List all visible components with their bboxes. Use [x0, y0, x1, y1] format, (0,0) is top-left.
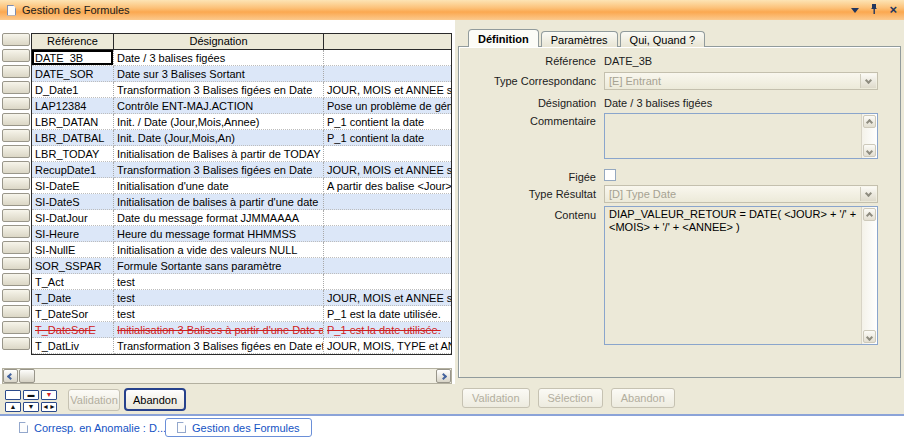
row-selector-button[interactable] [2, 49, 30, 62]
cell-note[interactable] [324, 258, 451, 274]
table-row[interactable]: LBR_DATANInit. / Date (Jour,Mois,Annee)P… [32, 114, 451, 130]
table-row[interactable]: T_DatLivTransformation 3 Balises figées … [32, 338, 451, 354]
row-selector-button[interactable] [2, 289, 30, 302]
tab-parametres[interactable]: Paramètres [541, 31, 618, 47]
cell-designation[interactable]: test [114, 290, 324, 306]
table-row[interactable]: D_Date1Transformation 3 Balises figées e… [32, 82, 451, 98]
cell-note[interactable]: JOUR, MOIS, TYPE et AN [324, 338, 451, 354]
table-row[interactable]: SI-DateEInitialisation d'une dateA parti… [32, 178, 451, 194]
cell-designation[interactable]: Initialisation 3 Balises à partir d'une … [114, 322, 324, 338]
cell-note[interactable] [324, 50, 451, 66]
table-row[interactable]: DATE_SORDate sur 3 Balises Sortant [32, 66, 451, 82]
cell-designation[interactable]: test [114, 274, 324, 290]
table-row[interactable]: T_DateSortestP_1 est la date utilisée. [32, 306, 451, 322]
cell-reference[interactable]: SI-DatJour [32, 210, 114, 226]
chevron-down-icon[interactable] [851, 8, 859, 17]
cell-designation[interactable]: Transformation 3 Balises figées en Date … [114, 338, 324, 354]
column-header-note[interactable] [324, 34, 451, 49]
table-row[interactable]: SI-NullEInitialisation a vide des valeur… [32, 242, 451, 258]
row-selector-button[interactable] [2, 209, 30, 222]
cell-designation[interactable]: Initialisation d'une date [114, 178, 324, 194]
cell-note[interactable] [324, 226, 451, 242]
abandon-button[interactable]: Abandon [124, 388, 186, 411]
table-horizontal-scrollbar[interactable] [2, 368, 452, 384]
commentaire-textarea[interactable] [604, 113, 878, 159]
nav-goto-button[interactable]: ◄► [41, 402, 57, 412]
table-row[interactable]: SI-DatJourDate du message format JJMMAAA… [32, 210, 451, 226]
table-row[interactable]: DATE_3BDate / 3 balises figées [32, 50, 451, 66]
cell-note[interactable] [324, 146, 451, 162]
contenu-textarea[interactable]: DIAP_VALEUR_RETOUR = DATE( <JOUR> + '/' … [604, 206, 878, 345]
cell-note[interactable]: A partir des balise <Jour>, [324, 178, 451, 194]
cell-reference[interactable]: SI-DateE [32, 178, 114, 194]
tab-qui-quand[interactable]: Qui, Quand ? [620, 31, 705, 47]
nav-empty-button[interactable] [5, 390, 21, 400]
cell-reference[interactable]: T_Date [32, 290, 114, 306]
table-row[interactable]: T_DateSorEInitialisation 3 Balises à par… [32, 322, 451, 338]
row-selector-button[interactable] [2, 97, 30, 110]
bottom-tab-gestion-des-formules[interactable]: Gestion des Formules [165, 418, 312, 437]
column-header-reference[interactable]: Référence [32, 34, 114, 49]
cell-note[interactable]: P_1 contient la date [324, 130, 451, 146]
figee-checkbox[interactable] [604, 169, 616, 181]
table-row[interactable]: T_Acttest [32, 274, 451, 290]
cell-reference[interactable]: LAP12384 [32, 98, 114, 114]
row-selector-button[interactable] [2, 81, 30, 94]
bottom-tab-corresp-anomalie[interactable]: Corresp. en Anomalie : D... [8, 418, 178, 437]
cell-designation[interactable]: Transformation 3 Balises figées en Date [114, 162, 324, 178]
cell-reference[interactable]: T_DateSor [32, 306, 114, 322]
table-row[interactable]: LBR_DATBALInit. Date (Jour,Mois,An)P_1 c… [32, 130, 451, 146]
scroll-right-button[interactable] [436, 369, 451, 383]
type-resultat-combo[interactable]: [D] Type Date [604, 185, 878, 203]
cell-designation[interactable]: Initialisation de Balises à partir de TO… [114, 146, 324, 162]
cell-designation[interactable]: test [114, 306, 324, 322]
cell-designation[interactable]: Transformation 3 Balises figées en Date [114, 82, 324, 98]
column-header-designation[interactable]: Désignation [114, 34, 324, 49]
contenu-scrollbar[interactable] [861, 207, 877, 344]
row-selector-button[interactable] [2, 257, 30, 270]
cell-note[interactable]: Pose un problème de géné [324, 98, 451, 114]
cell-note[interactable] [324, 194, 451, 210]
cell-designation[interactable]: Init. / Date (Jour,Mois,Annee) [114, 114, 324, 130]
scroll-thumb[interactable] [19, 369, 35, 383]
row-selector-button[interactable] [2, 193, 30, 206]
row-selector-button[interactable] [2, 65, 30, 78]
cell-reference[interactable]: DATE_3B [32, 50, 114, 66]
cell-reference[interactable]: DATE_SOR [32, 66, 114, 82]
pin-icon[interactable] [869, 3, 879, 17]
scroll-left-button[interactable] [3, 369, 18, 383]
row-selector-button[interactable] [2, 145, 30, 158]
scroll-up-icon[interactable] [863, 208, 876, 221]
cell-designation[interactable]: Date / 3 balises figées [114, 50, 324, 66]
validation-button-detail[interactable]: Validation [462, 388, 530, 408]
row-selector-button[interactable] [2, 129, 30, 142]
scroll-down-icon[interactable] [863, 330, 876, 343]
combo-arrow-icon[interactable] [860, 74, 876, 88]
cell-reference[interactable]: SI-Heure [32, 226, 114, 242]
cell-note[interactable]: JOUR, MOIS et ANNEE s [324, 162, 451, 178]
cell-designation[interactable]: Formule Sortante sans paramètre [114, 258, 324, 274]
row-selector-button[interactable] [2, 161, 30, 174]
nav-down-button[interactable]: ▼ [23, 402, 39, 412]
cell-note[interactable] [324, 210, 451, 226]
cell-designation[interactable]: Initialisation a vide des valeurs NULL [114, 242, 324, 258]
cell-note[interactable] [324, 242, 451, 258]
row-selector-button[interactable] [2, 225, 30, 238]
validation-button[interactable]: Validation [68, 389, 120, 411]
cell-note[interactable]: P_1 est la date utilisée. [324, 306, 451, 322]
cell-note[interactable]: JOUR, MOIS et ANNEE s [324, 290, 451, 306]
cell-note[interactable] [324, 66, 451, 82]
cell-reference[interactable]: T_Act [32, 274, 114, 290]
cell-note[interactable] [324, 274, 451, 290]
cell-reference[interactable]: SI-NullE [32, 242, 114, 258]
row-selector-button[interactable] [2, 113, 30, 126]
abandon-button-detail[interactable]: Abandon [611, 388, 675, 408]
close-icon[interactable]: × [889, 4, 897, 16]
nav-current-record-button[interactable]: ▬ [23, 390, 39, 400]
table-row[interactable]: LAP12384Contrôle ENT-MAJ.ACTIONPose un p… [32, 98, 451, 114]
row-selector-button[interactable] [2, 321, 30, 334]
table-row[interactable]: SI-HeureHeure du message format HHMMSS [32, 226, 451, 242]
table-row[interactable]: SI-DateSInitialisation de balises à part… [32, 194, 451, 210]
cell-designation[interactable]: Date sur 3 Balises Sortant [114, 66, 324, 82]
combo-arrow-icon[interactable] [860, 187, 876, 201]
